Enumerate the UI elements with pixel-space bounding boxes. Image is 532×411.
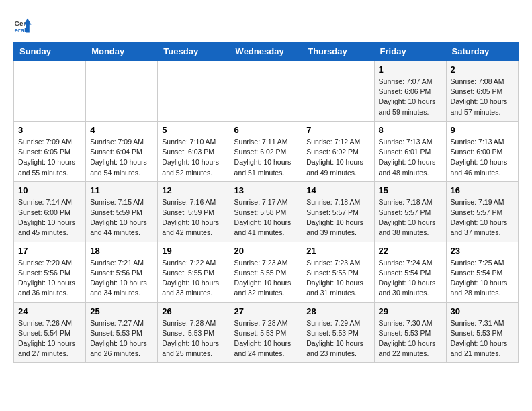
day-info: Sunrise: 7:08 AMSunset: 6:05 PMDaylight:… [451,77,514,118]
day-number: 12 [162,185,225,195]
day-info: Sunrise: 7:21 AMSunset: 5:56 PMDaylight:… [90,258,153,299]
calendar-cell: 1Sunrise: 7:07 AMSunset: 6:06 PMDaylight… [374,61,446,122]
calendar-cell: 14Sunrise: 7:18 AMSunset: 5:57 PMDayligh… [302,181,374,242]
day-number: 5 [162,125,225,135]
day-number: 20 [234,246,298,256]
day-number: 26 [162,306,225,316]
svg-text:eral: eral [14,26,26,34]
calendar-cell: 28Sunrise: 7:29 AMSunset: 5:53 PMDayligh… [302,302,374,363]
day-info: Sunrise: 7:19 AMSunset: 5:57 PMDaylight:… [451,197,514,238]
calendar-body: 1Sunrise: 7:07 AMSunset: 6:06 PMDaylight… [14,61,519,363]
calendar-cell: 4Sunrise: 7:09 AMSunset: 6:04 PMDaylight… [86,121,158,181]
calendar-cell: 19Sunrise: 7:22 AMSunset: 5:55 PMDayligh… [158,242,230,302]
calendar-cell: 22Sunrise: 7:24 AMSunset: 5:54 PMDayligh… [374,242,446,302]
calendar-cell: 16Sunrise: 7:19 AMSunset: 5:57 PMDayligh… [446,181,518,242]
day-number: 3 [18,125,81,135]
calendar-cell: 29Sunrise: 7:30 AMSunset: 5:53 PMDayligh… [374,302,446,363]
calendar-cell: 30Sunrise: 7:31 AMSunset: 5:53 PMDayligh… [446,302,518,363]
header-cell-saturday: Saturday [446,42,518,61]
day-info: Sunrise: 7:26 AMSunset: 5:54 PMDaylight:… [18,318,81,359]
day-number: 8 [379,125,442,135]
calendar-cell [158,61,230,122]
day-info: Sunrise: 7:24 AMSunset: 5:54 PMDaylight:… [379,258,442,299]
calendar-cell: 12Sunrise: 7:16 AMSunset: 5:59 PMDayligh… [158,181,230,242]
day-info: Sunrise: 7:22 AMSunset: 5:55 PMDaylight:… [162,258,225,299]
day-number: 30 [451,306,514,316]
day-info: Sunrise: 7:07 AMSunset: 6:06 PMDaylight:… [379,77,442,118]
day-info: Sunrise: 7:28 AMSunset: 5:53 PMDaylight:… [162,318,225,359]
day-number: 19 [162,246,225,256]
day-info: Sunrise: 7:30 AMSunset: 5:53 PMDaylight:… [379,318,442,359]
calendar-cell: 17Sunrise: 7:20 AMSunset: 5:56 PMDayligh… [14,242,86,302]
calendar-cell: 25Sunrise: 7:27 AMSunset: 5:53 PMDayligh… [86,302,158,363]
day-number: 16 [451,185,514,195]
day-info: Sunrise: 7:10 AMSunset: 6:03 PMDaylight:… [162,137,225,178]
day-number: 17 [18,246,81,256]
calendar-cell: 8Sunrise: 7:13 AMSunset: 6:01 PMDaylight… [374,121,446,181]
calendar-cell: 24Sunrise: 7:26 AMSunset: 5:54 PMDayligh… [14,302,86,363]
day-info: Sunrise: 7:23 AMSunset: 5:55 PMDaylight:… [234,258,298,299]
calendar-cell [86,61,158,122]
calendar-cell: 9Sunrise: 7:13 AMSunset: 6:00 PMDaylight… [446,121,518,181]
day-number: 7 [306,125,369,135]
day-number: 25 [90,306,153,316]
header-cell-wednesday: Wednesday [230,42,302,61]
day-number: 2 [451,64,514,75]
day-number: 1 [379,64,442,75]
calendar-week-row: 24Sunrise: 7:26 AMSunset: 5:54 PMDayligh… [14,302,519,363]
day-info: Sunrise: 7:31 AMSunset: 5:53 PMDaylight:… [451,318,514,359]
calendar-week-row: 10Sunrise: 7:14 AMSunset: 6:00 PMDayligh… [14,181,519,242]
header: Gen eral [13,13,519,35]
calendar-cell [230,61,302,122]
calendar-cell: 10Sunrise: 7:14 AMSunset: 6:00 PMDayligh… [14,181,86,242]
day-number: 24 [18,306,81,316]
calendar-cell: 7Sunrise: 7:12 AMSunset: 6:02 PMDaylight… [302,121,374,181]
logo: Gen eral [13,16,35,35]
header-cell-thursday: Thursday [302,42,374,61]
calendar-cell: 3Sunrise: 7:09 AMSunset: 6:05 PMDaylight… [14,121,86,181]
header-cell-friday: Friday [374,42,446,61]
day-info: Sunrise: 7:13 AMSunset: 6:00 PMDaylight:… [451,137,514,178]
day-number: 10 [18,185,81,195]
day-info: Sunrise: 7:17 AMSunset: 5:58 PMDaylight:… [234,197,298,238]
day-number: 6 [234,125,298,135]
day-info: Sunrise: 7:18 AMSunset: 5:57 PMDaylight:… [379,197,442,238]
day-number: 22 [379,246,442,256]
calendar-week-row: 17Sunrise: 7:20 AMSunset: 5:56 PMDayligh… [14,242,519,302]
day-info: Sunrise: 7:25 AMSunset: 5:54 PMDaylight:… [451,258,514,299]
day-info: Sunrise: 7:28 AMSunset: 5:53 PMDaylight:… [234,318,298,359]
day-number: 13 [234,185,298,195]
day-number: 9 [451,125,514,135]
calendar-cell: 5Sunrise: 7:10 AMSunset: 6:03 PMDaylight… [158,121,230,181]
calendar-cell: 15Sunrise: 7:18 AMSunset: 5:57 PMDayligh… [374,181,446,242]
calendar-cell: 26Sunrise: 7:28 AMSunset: 5:53 PMDayligh… [158,302,230,363]
day-number: 11 [90,185,153,195]
day-number: 28 [306,306,369,316]
header-cell-monday: Monday [86,42,158,61]
calendar-cell: 21Sunrise: 7:23 AMSunset: 5:55 PMDayligh… [302,242,374,302]
calendar-cell [302,61,374,122]
calendar-cell: 2Sunrise: 7:08 AMSunset: 6:05 PMDaylight… [446,61,518,122]
calendar-header-row: SundayMondayTuesdayWednesdayThursdayFrid… [14,42,519,61]
calendar-cell: 20Sunrise: 7:23 AMSunset: 5:55 PMDayligh… [230,242,302,302]
day-info: Sunrise: 7:14 AMSunset: 6:00 PMDaylight:… [18,197,81,238]
calendar-week-row: 3Sunrise: 7:09 AMSunset: 6:05 PMDaylight… [14,121,519,181]
day-number: 29 [379,306,442,316]
day-number: 18 [90,246,153,256]
day-number: 21 [306,246,369,256]
day-number: 15 [379,185,442,195]
calendar-cell: 23Sunrise: 7:25 AMSunset: 5:54 PMDayligh… [446,242,518,302]
logo-icon: Gen eral [13,16,32,35]
calendar-week-row: 1Sunrise: 7:07 AMSunset: 6:06 PMDaylight… [14,61,519,122]
day-info: Sunrise: 7:09 AMSunset: 6:04 PMDaylight:… [90,137,153,178]
day-number: 27 [234,306,298,316]
day-number: 23 [451,246,514,256]
day-info: Sunrise: 7:13 AMSunset: 6:01 PMDaylight:… [379,137,442,178]
header-cell-sunday: Sunday [14,42,86,61]
day-info: Sunrise: 7:11 AMSunset: 6:02 PMDaylight:… [234,137,298,178]
calendar-cell [14,61,86,122]
day-info: Sunrise: 7:09 AMSunset: 6:05 PMDaylight:… [18,137,81,178]
day-info: Sunrise: 7:15 AMSunset: 5:59 PMDaylight:… [90,197,153,238]
day-number: 14 [306,185,369,195]
day-number: 4 [90,125,153,135]
